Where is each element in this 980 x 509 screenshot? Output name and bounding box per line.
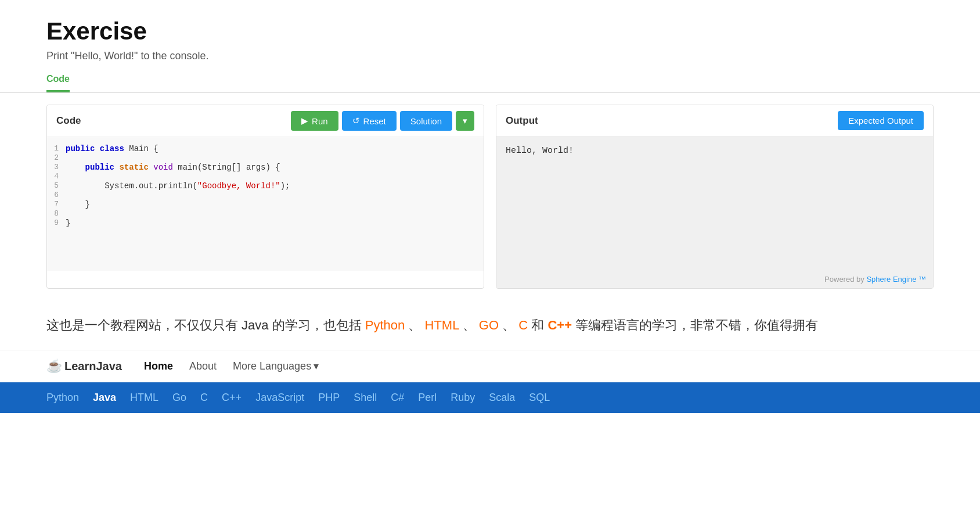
lang-csharp[interactable]: C# bbox=[391, 392, 404, 404]
lang-ruby[interactable]: Ruby bbox=[451, 392, 475, 404]
code-line-1: 1 public class Main { bbox=[47, 144, 484, 153]
lang-java[interactable]: Java bbox=[93, 392, 116, 404]
code-panel-title: Code bbox=[56, 115, 81, 127]
dropdown-button[interactable] bbox=[456, 111, 474, 131]
nav-link-home[interactable]: Home bbox=[144, 360, 173, 372]
more-languages-label: More Languages bbox=[233, 360, 311, 372]
java-logo-icon: ☕ bbox=[46, 359, 62, 374]
lang-cpp-text: C++ bbox=[547, 318, 572, 332]
code-line-8: 8 bbox=[47, 209, 484, 218]
chinese-text-part1: 这也是一个教程网站，不仅仅只有 Java 的学习，也包括 bbox=[46, 318, 365, 332]
nav-bar: ☕ LearnJava Home About More Languages ▾ bbox=[0, 350, 980, 382]
code-line-9: 9 } bbox=[47, 218, 484, 228]
lang-go[interactable]: Go bbox=[172, 392, 186, 404]
page-subtitle: Print "Hello, World!" to the console. bbox=[46, 50, 934, 62]
code-line-5: 5 System.out.println("Goodbye, World!"); bbox=[47, 181, 484, 191]
nav-logo: ☕ LearnJava bbox=[46, 359, 122, 374]
lang-html-text: HTML bbox=[425, 318, 459, 332]
lang-c-text: C bbox=[518, 318, 528, 332]
code-line-3: 3 public static void main(String[] args)… bbox=[47, 163, 484, 172]
header: Exercise Print "Hello, World!" to the co… bbox=[0, 0, 980, 68]
code-toolbar: Run Reset Solution bbox=[291, 111, 474, 131]
run-button[interactable]: Run bbox=[291, 111, 338, 131]
lang-html[interactable]: HTML bbox=[130, 392, 158, 404]
lang-cpp[interactable]: C++ bbox=[222, 392, 242, 404]
output-panel-title: Output bbox=[506, 115, 538, 127]
lang-php[interactable]: PHP bbox=[318, 392, 340, 404]
nav-link-about[interactable]: About bbox=[189, 360, 217, 372]
solution-button[interactable]: Solution bbox=[400, 111, 452, 131]
sphere-engine-link[interactable]: Sphere Engine ™ bbox=[866, 275, 926, 284]
tab-bar: Code bbox=[0, 68, 980, 93]
output-body: Hello, World! bbox=[496, 137, 933, 270]
lang-sql[interactable]: SQL bbox=[529, 392, 550, 404]
lang-go-text: GO bbox=[479, 318, 499, 332]
lang-shell[interactable]: Shell bbox=[354, 392, 377, 404]
chevron-down-icon bbox=[463, 116, 467, 126]
output-panel: Output Expected Output Hello, World! Pow… bbox=[496, 105, 934, 289]
code-panel: Code Run Reset Solution bbox=[46, 105, 484, 289]
page-title: Exercise bbox=[46, 17, 934, 45]
lang-python-text: Python bbox=[365, 318, 405, 332]
reset-button[interactable]: Reset bbox=[342, 111, 397, 131]
code-panel-header: Code Run Reset Solution bbox=[47, 105, 484, 137]
output-panel-header: Output Expected Output bbox=[496, 105, 933, 137]
play-icon bbox=[301, 116, 308, 126]
lang-python[interactable]: Python bbox=[46, 392, 79, 404]
code-editor[interactable]: 1 public class Main { 2 3 public static … bbox=[47, 137, 484, 271]
dropdown-arrow-icon: ▾ bbox=[314, 360, 319, 372]
powered-by: Powered by Sphere Engine ™ bbox=[496, 270, 933, 288]
code-line-6: 6 bbox=[47, 191, 484, 200]
code-line-7: 7 } bbox=[47, 200, 484, 209]
nav-link-more-languages[interactable]: More Languages ▾ bbox=[233, 360, 319, 372]
expected-output-button[interactable]: Expected Output bbox=[838, 111, 924, 130]
lang-scala[interactable]: Scala bbox=[489, 392, 515, 404]
code-line-4: 4 bbox=[47, 172, 484, 181]
language-bar: Python Java HTML Go C C++ JavaScript PHP… bbox=[0, 382, 980, 413]
code-line-2: 2 bbox=[47, 153, 484, 163]
chinese-description: 这也是一个教程网站，不仅仅只有 Java 的学习，也包括 Python 、 HT… bbox=[0, 300, 980, 350]
editor-section: Code Run Reset Solution bbox=[0, 93, 980, 300]
lang-javascript[interactable]: JavaScript bbox=[255, 392, 304, 404]
nav-logo-text: LearnJava bbox=[64, 360, 122, 373]
lang-c[interactable]: C bbox=[200, 392, 208, 404]
lang-perl[interactable]: Perl bbox=[418, 392, 437, 404]
tab-code[interactable]: Code bbox=[46, 68, 70, 92]
output-text: Hello, World! bbox=[506, 146, 574, 156]
reset-icon bbox=[352, 116, 360, 126]
